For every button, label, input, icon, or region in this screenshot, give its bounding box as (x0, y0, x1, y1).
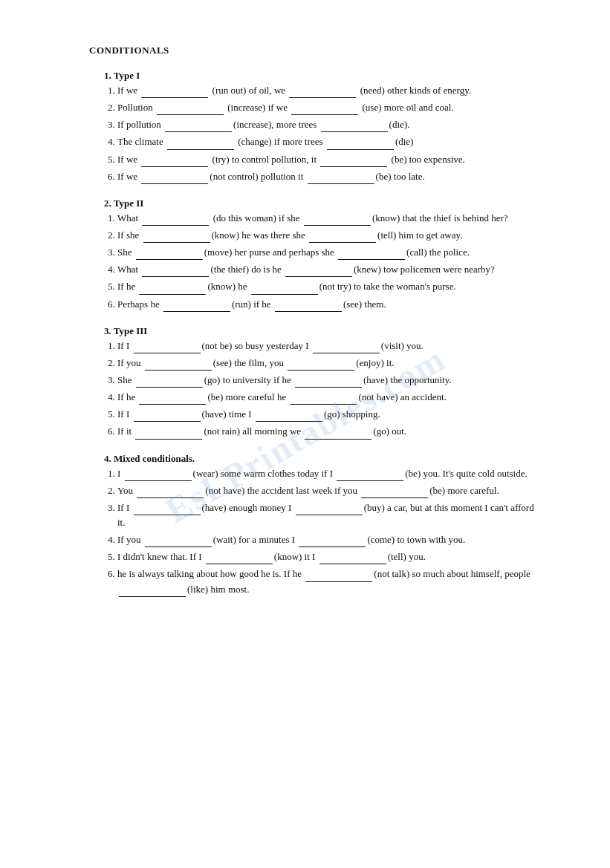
fill-blank[interactable] (251, 284, 318, 295)
list-item: The climate (change) if more trees (die) (117, 134, 543, 149)
list-item: If we (not control) pollution it (be) to… (117, 169, 543, 184)
fill-blank[interactable] (206, 554, 273, 564)
fill-blank[interactable] (139, 394, 206, 405)
fill-blank[interactable] (308, 174, 374, 184)
fill-blank[interactable] (141, 174, 208, 184)
list-item: If I (have) time I (go) shopping. (117, 407, 543, 422)
list-item: Pollution (increase) if we (use) more oi… (117, 100, 543, 115)
section-type3: 3. Type IIIIf I (not be) so busy yesterd… (89, 325, 543, 440)
fill-blank[interactable] (305, 572, 372, 582)
list-item: If you (wait) for a minutes I (come) to … (117, 532, 543, 547)
list-item: If pollution (increase), more trees (die… (117, 117, 543, 132)
fill-blank[interactable] (136, 377, 203, 388)
fill-blank[interactable] (337, 471, 403, 481)
fill-blank[interactable] (163, 301, 230, 312)
list-item: If she (know) he was there she (tell) hi… (117, 228, 543, 243)
fill-blank[interactable] (295, 377, 362, 388)
fill-blank[interactable] (145, 360, 212, 371)
page-title: CONDITIONALS (89, 45, 543, 56)
fill-blank[interactable] (288, 360, 354, 371)
section-type2: 2. Type IIWhat (do this woman) if she (k… (89, 198, 543, 312)
list-item: If we (run out) of oil, we (need) other … (117, 83, 543, 98)
list-item: Perhaps he (run) if he (see) them. (117, 297, 543, 312)
fill-blank[interactable] (141, 88, 208, 98)
fill-blank[interactable] (285, 267, 352, 277)
list-item: I (wear) some warm clothes today if I (b… (117, 466, 543, 481)
list-item: If we (try) to control pollution, it (be… (117, 152, 543, 167)
list-item: If you (see) the film, you (enjoy) it. (117, 356, 543, 371)
fill-blank[interactable] (320, 157, 387, 167)
fill-blank[interactable] (256, 411, 322, 422)
section-title-type2: 2. Type II (104, 198, 543, 209)
fill-blank[interactable] (319, 554, 386, 564)
fill-blank[interactable] (165, 122, 232, 132)
list-item: She (move) her purse and perhaps she (ca… (117, 245, 543, 260)
fill-blank[interactable] (134, 411, 201, 422)
fill-blank[interactable] (141, 157, 208, 167)
list-item: If he (be) more careful he (not have) an… (117, 390, 543, 405)
fill-blank[interactable] (139, 284, 206, 295)
fill-blank[interactable] (299, 537, 366, 547)
list-item: What (do this woman) if she (know) that … (117, 211, 543, 226)
section-mixed: 4. Mixed conditionals.I (wear) some warm… (89, 453, 543, 597)
fill-blank[interactable] (135, 429, 202, 440)
fill-blank[interactable] (275, 301, 342, 312)
list-item: If he (know) he (not try) to take the wo… (117, 279, 543, 294)
fill-blank[interactable] (142, 215, 209, 226)
fill-blank[interactable] (167, 140, 234, 150)
section-title-type3: 3. Type III (104, 325, 543, 337)
list-item: If it (not rain) all morning we (go) out… (117, 424, 543, 439)
fill-blank[interactable] (291, 105, 358, 115)
fill-blank[interactable] (119, 587, 186, 597)
fill-blank[interactable] (296, 505, 363, 515)
fill-blank[interactable] (327, 140, 394, 150)
fill-blank[interactable] (321, 122, 388, 132)
fill-blank[interactable] (143, 232, 210, 243)
fill-blank[interactable] (142, 267, 209, 277)
fill-blank[interactable] (136, 249, 203, 260)
fill-blank[interactable] (134, 505, 201, 515)
fill-blank[interactable] (309, 232, 376, 243)
fill-blank[interactable] (313, 343, 380, 353)
fill-blank[interactable] (145, 537, 212, 547)
fill-blank[interactable] (134, 343, 201, 353)
fill-blank[interactable] (125, 471, 192, 481)
fill-blank[interactable] (338, 249, 405, 260)
section-type1: 1. Type IIf we (run out) of oil, we (nee… (89, 70, 543, 184)
list-item: he is always talking about how good he i… (117, 567, 543, 596)
list-item: What (the thief) do is he (knew) tow pol… (117, 262, 543, 277)
fill-blank[interactable] (289, 88, 356, 98)
section-title-type1: 1. Type I (104, 70, 543, 82)
list-item: If I (have) enough money I (buy) a car, … (117, 500, 543, 530)
section-title-mixed: 4. Mixed conditionals. (104, 453, 543, 465)
list-item: I didn't knew that. If I (know) it I (te… (117, 549, 543, 564)
fill-blank[interactable] (304, 215, 371, 226)
fill-blank[interactable] (305, 429, 371, 440)
fill-blank[interactable] (157, 105, 224, 115)
list-item: She (go) to university if he (have) the … (117, 373, 543, 388)
sections-container: 1. Type IIf we (run out) of oil, we (nee… (89, 70, 543, 597)
fill-blank[interactable] (290, 394, 357, 405)
fill-blank[interactable] (137, 488, 204, 498)
list-item: If I (not be) so busy yesterday I (visit… (117, 339, 543, 353)
list-item: You (not have) the accident last week if… (117, 483, 543, 498)
fill-blank[interactable] (361, 488, 428, 498)
